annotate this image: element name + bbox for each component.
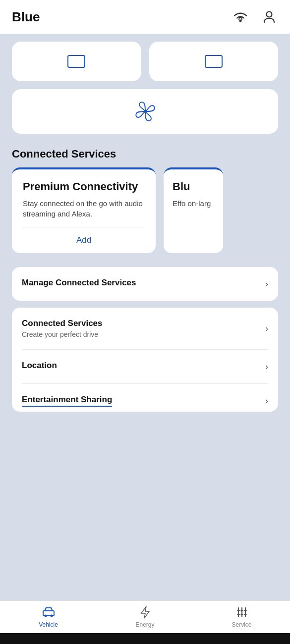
- service-icon: [235, 606, 248, 619]
- list-item-entertainment-partial[interactable]: Entertainment Sharing ›: [12, 384, 278, 412]
- nav-service-label: Service: [232, 621, 251, 628]
- nav-item-service[interactable]: Service: [193, 606, 290, 628]
- vehicle-icon: [42, 606, 55, 619]
- wifi-icon-button[interactable]: [231, 8, 250, 26]
- nav-item-vehicle[interactable]: Vehicle: [0, 606, 97, 628]
- service-card-premium: Premium Connectivity Stay connected on t…: [12, 167, 156, 253]
- svg-marker-7: [141, 606, 149, 618]
- nav-energy-label: Energy: [135, 621, 154, 628]
- connected-chevron-icon: ›: [265, 323, 268, 334]
- home-indicator-bar: [0, 633, 290, 644]
- service-card-desc: Stay connected on the go with audio stre…: [23, 198, 145, 219]
- svg-point-2: [267, 11, 272, 17]
- top-card-2[interactable]: [149, 42, 279, 81]
- nav-vehicle-label: Vehicle: [39, 621, 58, 628]
- connected-services-title: Connected Services: [12, 148, 278, 161]
- fan-icon: [132, 99, 158, 124]
- user-icon: [262, 9, 276, 23]
- service-card-action: Add: [12, 227, 156, 253]
- header: Blue: [0, 0, 290, 34]
- info-list-card: Connected Services Create your perfect d…: [12, 308, 278, 412]
- list-item-connected-title: Connected Services: [22, 319, 103, 328]
- energy-icon: [139, 606, 152, 619]
- service-card-body: Premium Connectivity Stay connected on t…: [12, 169, 156, 227]
- nav-item-energy[interactable]: Energy: [97, 606, 193, 628]
- service-card-title: Premium Connectivity: [23, 180, 145, 193]
- svg-point-0: [239, 19, 242, 22]
- add-service-button[interactable]: Add: [76, 235, 91, 245]
- wifi-icon: [232, 10, 248, 22]
- entertainment-chevron-icon: ›: [265, 396, 268, 406]
- manage-services-card: Manage Connected Services ›: [12, 267, 278, 301]
- header-actions: [231, 7, 278, 27]
- top-card-1[interactable]: [12, 42, 141, 81]
- manage-chevron-icon: ›: [265, 279, 268, 289]
- service-cards-scroll: Premium Connectivity Stay connected on t…: [0, 167, 290, 253]
- list-item-entertainment-title: Entertainment Sharing: [22, 395, 112, 407]
- service-card-partial-desc: Effo on-larg: [173, 198, 214, 209]
- top-cards-row: [0, 42, 290, 81]
- fan-card[interactable]: [12, 89, 278, 134]
- list-item-location[interactable]: Location ›: [12, 350, 278, 383]
- list-item-connected-services[interactable]: Connected Services Create your perfect d…: [12, 308, 278, 349]
- list-item-connected-subtitle: Create your perfect drive: [22, 330, 103, 338]
- svg-point-5: [44, 615, 47, 617]
- list-item-location-title: Location: [22, 361, 57, 371]
- service-card-partial-title: Blu: [173, 180, 214, 193]
- card-outline-icon-2: [205, 55, 223, 68]
- service-card-blu: Blu Effo on-larg: [164, 167, 223, 253]
- app-title: Blue: [12, 9, 40, 25]
- card-outline-icon-1: [67, 55, 85, 68]
- manage-services-item[interactable]: Manage Connected Services ›: [12, 267, 278, 301]
- location-chevron-icon: ›: [265, 362, 268, 372]
- svg-point-6: [50, 615, 53, 617]
- list-section: Manage Connected Services › Connected Se…: [12, 267, 278, 412]
- user-icon-button[interactable]: [260, 7, 278, 27]
- manage-services-label: Manage Connected Services: [22, 278, 136, 288]
- svg-point-3: [144, 110, 147, 113]
